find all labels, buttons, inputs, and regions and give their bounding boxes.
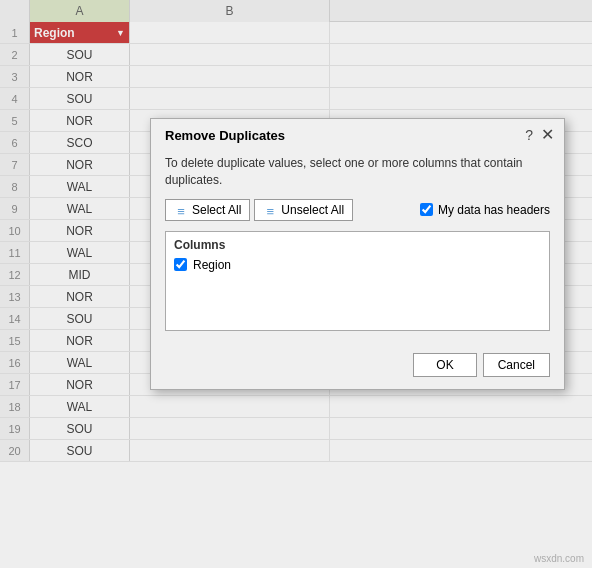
select-all-list-icon [174,204,188,216]
dialog-title: Remove Duplicates [165,128,285,143]
unselect-all-button[interactable]: Unselect All [254,199,353,221]
dialog-left-buttons: Select All Unselect All [165,199,353,221]
cancel-button[interactable]: Cancel [483,353,550,377]
columns-section-label: Columns [174,238,541,252]
dialog-buttons-row: Select All Unselect All My data has head… [165,199,550,221]
my-data-headers-checkbox[interactable] [420,203,433,216]
region-column-label: Region [193,258,231,272]
region-column-checkbox[interactable] [174,258,187,271]
help-icon[interactable]: ? [525,127,533,143]
ok-button[interactable]: OK [413,353,476,377]
dialog-title-controls: ? ✕ [525,127,554,143]
dialog-title-bar: Remove Duplicates ? ✕ [151,119,564,149]
dialog-overlay: Remove Duplicates ? ✕ To delete duplicat… [0,0,592,568]
my-data-headers-label[interactable]: My data has headers [420,203,550,217]
remove-duplicates-dialog: Remove Duplicates ? ✕ To delete duplicat… [150,118,565,390]
watermark: wsxdn.com [534,553,584,564]
columns-box: Columns Region [165,231,550,331]
region-column-item: Region [174,258,541,272]
close-icon[interactable]: ✕ [541,127,554,143]
select-all-label: Select All [192,203,241,217]
dialog-body: To delete duplicate values, select one o… [151,149,564,353]
my-data-headers-text: My data has headers [438,203,550,217]
unselect-all-label: Unselect All [281,203,344,217]
dialog-footer: OK Cancel [151,353,564,389]
select-all-button[interactable]: Select All [165,199,250,221]
dialog-description: To delete duplicate values, select one o… [165,155,550,189]
unselect-all-list-icon [263,204,277,216]
